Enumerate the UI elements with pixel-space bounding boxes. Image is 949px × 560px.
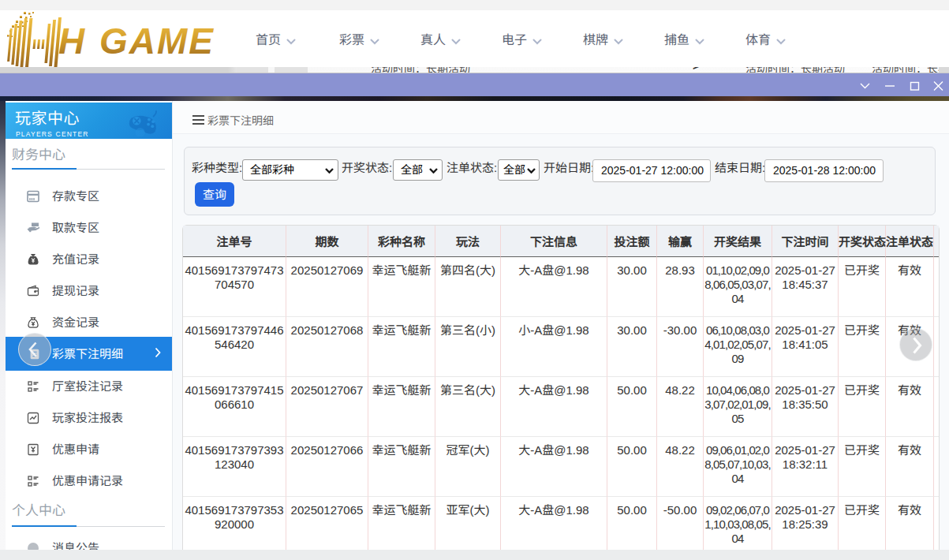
svg-text:GAME: GAME	[99, 21, 215, 62]
svg-text:H: H	[58, 21, 85, 62]
